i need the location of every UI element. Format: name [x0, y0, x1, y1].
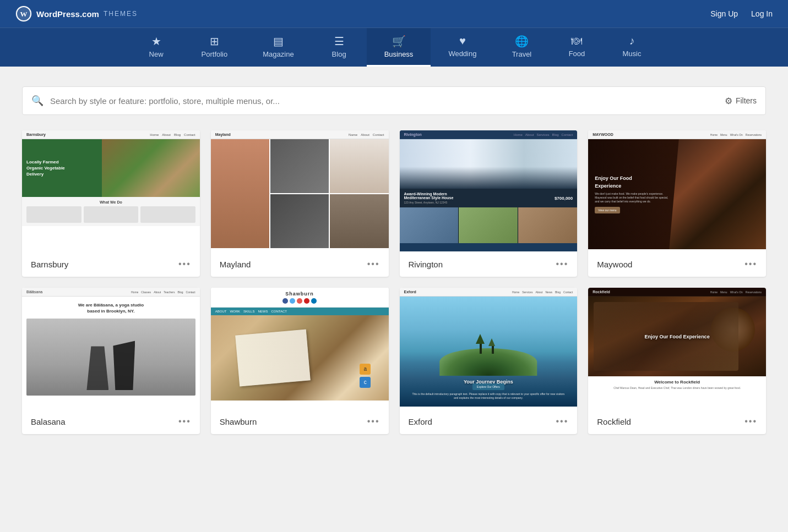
rockfield-preview: Rockfield HomeMenuWhat's OnReservations …	[588, 288, 766, 409]
themes-label: THEMES	[104, 10, 138, 18]
balasana-more-btn[interactable]: •••	[178, 416, 191, 426]
rivington-name: Rivington	[409, 260, 443, 269]
mayland-name: Mayland	[220, 260, 251, 269]
barnsbury-footer: Barnsbury •••	[22, 251, 200, 277]
new-icon: ★	[151, 35, 161, 48]
balasana-preview: Bālāsana HomeClassesAboutTeachersBlogCon…	[22, 288, 200, 409]
theme-card-exford[interactable]: Exford HomeServicesAboutNewsBlogContact	[400, 288, 578, 434]
maywood-name: Maywood	[597, 260, 632, 269]
music-icon: ♪	[629, 35, 634, 47]
logo-text: WordPress.com	[36, 9, 99, 19]
exford-preview: Exford HomeServicesAboutNewsBlogContact	[400, 288, 578, 409]
filters-label: Filters	[736, 96, 757, 105]
svg-text:W: W	[20, 10, 28, 18]
search-input[interactable]	[50, 96, 725, 106]
tab-business-label: Business	[384, 50, 414, 58]
shawburn-name: Shawburn	[220, 417, 257, 426]
gear-icon: ⚙	[725, 96, 732, 106]
login-link[interactable]: Log In	[751, 9, 773, 18]
shawburn-more-btn[interactable]: •••	[367, 416, 380, 426]
business-icon: 🛒	[392, 35, 406, 48]
theme-card-rivington[interactable]: Rivington HomeAboutServicesBlogContact A…	[400, 130, 578, 277]
mayland-footer: Mayland •••	[211, 251, 389, 277]
signup-link[interactable]: Sign Up	[710, 9, 738, 18]
tab-food[interactable]: 🍽 Food	[549, 28, 604, 67]
tab-wedding-label: Wedding	[448, 50, 476, 58]
wordpress-icon: W	[15, 6, 32, 22]
shawburn-footer: Shawburn •••	[211, 409, 389, 434]
filters-button[interactable]: ⚙ Filters	[725, 96, 757, 106]
exford-footer: Exford •••	[400, 409, 578, 434]
tab-portfolio-label: Portfolio	[202, 50, 228, 58]
rivington-preview: Rivington HomeAboutServicesBlogContact A…	[400, 130, 578, 251]
search-container: 🔍 ⚙ Filters	[22, 86, 766, 115]
tab-travel-label: Travel	[512, 50, 532, 58]
site-header: W WordPress.com THEMES Sign Up Log In	[0, 0, 788, 28]
tab-travel[interactable]: 🌐 Travel	[494, 28, 549, 67]
logo-area: W WordPress.com THEMES	[15, 6, 138, 22]
theme-card-balasana[interactable]: Bālāsana HomeClassesAboutTeachersBlogCon…	[22, 288, 200, 434]
tab-music[interactable]: ♪ Music	[604, 28, 659, 67]
portfolio-icon: ⊞	[210, 35, 219, 48]
theme-card-rockfield[interactable]: Rockfield HomeMenuWhat's OnReservations …	[588, 288, 766, 434]
maywood-more-btn[interactable]: •••	[744, 259, 757, 269]
theme-card-barnsbury[interactable]: Barnsbury HomeAboutBlogContact Locally F…	[22, 130, 200, 277]
magazine-icon: ▤	[273, 35, 284, 48]
food-icon: 🍽	[571, 35, 582, 47]
wedding-icon: ♥	[459, 35, 466, 47]
tab-wedding[interactable]: ♥ Wedding	[431, 28, 494, 67]
exford-name: Exford	[409, 417, 432, 426]
mayland-preview: Mayland NameAboutContact	[211, 130, 389, 251]
theme-card-shawburn[interactable]: Shawburn ABOUT WORK SKILLS NEWS CONT	[211, 288, 389, 434]
header-actions: Sign Up Log In	[710, 9, 773, 18]
rockfield-footer: Rockfield •••	[588, 409, 766, 434]
tab-new[interactable]: ★ New	[129, 28, 184, 67]
tab-magazine-label: Magazine	[263, 50, 294, 58]
shawburn-preview: Shawburn ABOUT WORK SKILLS NEWS CONT	[211, 288, 389, 409]
theme-card-maywood[interactable]: MAYWOOD HomeMenuWhat's OnReservations En…	[588, 130, 766, 277]
tab-blog-label: Blog	[332, 50, 346, 58]
balasana-name: Balasana	[31, 417, 66, 426]
mayland-more-btn[interactable]: •••	[367, 259, 380, 269]
main-content: 🔍 ⚙ Filters Barnsbury HomeAboutBlogConta…	[0, 67, 788, 527]
blog-icon: ☰	[334, 35, 344, 48]
barnsbury-name: Barnsbury	[31, 260, 68, 269]
rivington-more-btn[interactable]: •••	[556, 259, 568, 269]
tab-portfolio[interactable]: ⊞ Portfolio	[184, 28, 246, 67]
maywood-footer: Maywood •••	[588, 251, 766, 277]
tab-food-label: Food	[569, 50, 585, 58]
theme-card-mayland[interactable]: Mayland NameAboutContact Mayland •••	[211, 130, 389, 277]
barnsbury-more-btn[interactable]: •••	[178, 259, 191, 269]
exford-more-btn[interactable]: •••	[556, 416, 568, 426]
tab-magazine[interactable]: ▤ Magazine	[245, 28, 311, 67]
theme-grid: Barnsbury HomeAboutBlogContact Locally F…	[22, 130, 766, 434]
search-icon: 🔍	[31, 95, 44, 107]
travel-icon: 🌐	[515, 35, 529, 48]
tab-new-label: New	[149, 50, 164, 58]
maywood-preview: MAYWOOD HomeMenuWhat's OnReservations En…	[588, 130, 766, 251]
balasana-footer: Balasana •••	[22, 409, 200, 434]
tab-blog[interactable]: ☰ Blog	[312, 28, 367, 67]
tab-business[interactable]: 🛒 Business	[367, 28, 431, 67]
rockfield-more-btn[interactable]: •••	[744, 416, 757, 426]
theme-nav: ★ New ⊞ Portfolio ▤ Magazine ☰ Blog 🛒 Bu…	[0, 28, 788, 67]
barnsbury-preview: Barnsbury HomeAboutBlogContact Locally F…	[22, 130, 200, 251]
tab-music-label: Music	[622, 50, 641, 58]
rivington-footer: Rivington •••	[400, 251, 578, 277]
rockfield-name: Rockfield	[597, 417, 631, 426]
